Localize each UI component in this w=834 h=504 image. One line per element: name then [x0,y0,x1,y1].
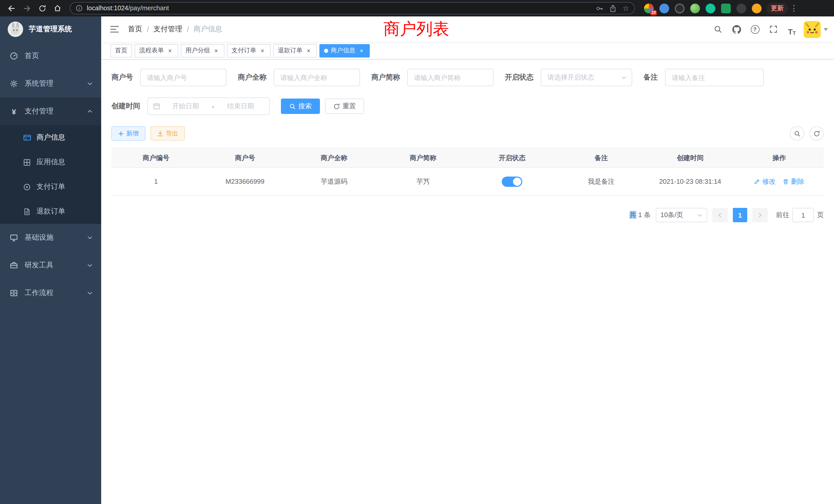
date-separator: - [211,102,215,110]
cell-remark: 我是备注 [557,167,646,195]
yen-icon: ¥ [9,108,19,115]
next-page-button[interactable] [752,208,768,222]
cell-actions: 修改 删除 [734,167,824,195]
col-status: 开启状态 [467,148,557,167]
goto-page-input[interactable] [792,208,814,222]
hamburger-icon[interactable] [105,20,124,39]
close-icon[interactable]: × [358,47,365,54]
menu-label: 退款订单 [37,207,65,216]
workflow-icon [9,289,19,297]
extension-icon[interactable] [737,3,746,13]
app-logo[interactable]: 芋道管理系统 [0,17,101,42]
remark-input[interactable] [665,69,764,86]
status-select[interactable]: 请选择开启状态 [541,69,632,86]
forward-icon[interactable] [20,2,34,15]
extension-icon[interactable] [706,3,716,13]
tab-user-group[interactable]: 用户分组× [181,44,224,57]
merchant-shortname-input[interactable] [407,69,493,86]
home-icon[interactable] [50,2,65,15]
extension-icon[interactable] [690,3,700,13]
page-size-select[interactable]: 10条/页 [656,208,707,222]
sidebar-item-payment[interactable]: ¥ 支付管理 [0,97,101,125]
tab-refund-order[interactable]: 退款订单× [273,44,317,57]
tab-home[interactable]: 首页 [110,44,132,57]
close-icon[interactable]: × [213,47,220,54]
menu-label: 基础设施 [25,233,53,242]
prev-page-button[interactable] [712,208,728,222]
extension-icon[interactable] [659,3,669,13]
password-key-icon[interactable] [596,4,604,12]
site-info-icon[interactable] [75,5,83,12]
tab-process-form[interactable]: 流程表单× [135,44,178,57]
calendar-icon [153,102,160,110]
extension-icon[interactable] [752,3,762,13]
col-merchant-no: 商户号 [200,148,290,167]
merchant-no-input[interactable] [140,69,226,86]
cell-status [467,167,557,195]
cell-merchant-no: M233666999 [200,167,290,195]
tab-pay-order[interactable]: 支付订单× [227,44,271,57]
breadcrumb-payment[interactable]: 支付管理 [154,25,182,34]
search-icon[interactable] [711,23,725,36]
end-date-placeholder: 结束日期 [217,101,264,111]
merchant-table: 商户编号 商户号 商户全称 商户简称 开启状态 备注 创建时间 操作 1 [111,148,824,196]
chevron-down-icon [697,212,703,218]
sidebar-item-dev-tools[interactable]: 研发工具 [0,251,101,279]
field-label: 商户号 [111,73,133,82]
browser-update-button[interactable]: 更新 [767,2,788,14]
close-icon[interactable]: × [259,47,266,54]
tab-merchant-info[interactable]: 商户信息× [320,44,370,57]
merchant-fullname-input[interactable] [274,69,360,86]
breadcrumb-home[interactable]: 首页 [128,25,142,34]
extension-icon[interactable] [721,3,731,13]
col-actions: 操作 [734,148,824,167]
fullscreen-icon[interactable] [767,23,780,36]
reset-button[interactable]: 重置 [325,98,364,114]
tags-view: 首页 流程表单× 用户分组× 支付订单× 退款订单× 商户信息× [101,42,834,60]
create-time-range-picker[interactable]: 开始日期 - 结束日期 [147,97,270,115]
cell-fullname: 芋道源码 [290,167,379,195]
reload-icon[interactable] [35,2,49,15]
chevron-down-icon [87,81,93,87]
sidebar-item-system[interactable]: 系统管理 [0,70,101,97]
address-bar[interactable]: localhost:1024/pay/merchant ☆ [70,2,635,14]
order-icon [23,183,31,191]
chevron-up-icon [87,108,93,114]
col-fullname: 商户全称 [290,148,379,167]
sidebar-item-refund-order[interactable]: 退款订单 [0,199,101,224]
sidebar-item-app-info[interactable]: 应用信息 [0,150,101,175]
sidebar-item-pay-order[interactable]: 支付订单 [0,175,101,199]
export-button[interactable]: 导出 [151,126,185,141]
refresh-table-button[interactable] [809,126,824,141]
start-date-placeholder: 开始日期 [162,101,209,111]
menu-label: 首页 [25,51,39,61]
sidebar-item-merchant-info[interactable]: 商户信息 [0,125,101,150]
help-icon[interactable]: ? [748,23,762,36]
add-button[interactable]: 新增 [111,126,145,141]
browser-menu-icon[interactable]: ⋮ [789,4,799,13]
close-icon[interactable]: × [305,47,312,54]
breadcrumb-separator: / [187,25,189,33]
close-icon[interactable]: × [167,47,174,54]
back-icon[interactable] [4,2,19,15]
delete-link[interactable]: 删除 [783,177,805,186]
extension-icon[interactable]: 10 [644,3,654,13]
chevron-down-icon [87,262,93,269]
bookmark-star-icon[interactable]: ☆ [623,5,629,12]
font-size-icon[interactable]: TT [785,23,798,36]
sidebar-item-workflow[interactable]: 工作流程 [0,279,101,307]
page-number-button[interactable]: 1 [733,208,747,222]
github-icon[interactable] [730,23,743,36]
user-menu[interactable] [804,21,828,38]
col-create-time: 创建时间 [646,148,735,167]
search-button[interactable]: 搜索 [281,98,320,114]
sidebar-item-infrastructure[interactable]: 基础设施 [0,224,101,251]
status-toggle[interactable] [502,176,522,187]
toggle-search-button[interactable] [790,126,804,141]
edit-link[interactable]: 修改 [754,177,776,186]
share-icon[interactable] [610,4,616,12]
cell-create-time: 2021-10-23 08:31:14 [646,167,735,195]
col-remark: 备注 [557,148,646,167]
extension-icon[interactable] [675,3,684,13]
sidebar-item-home[interactable]: 首页 [0,42,101,70]
